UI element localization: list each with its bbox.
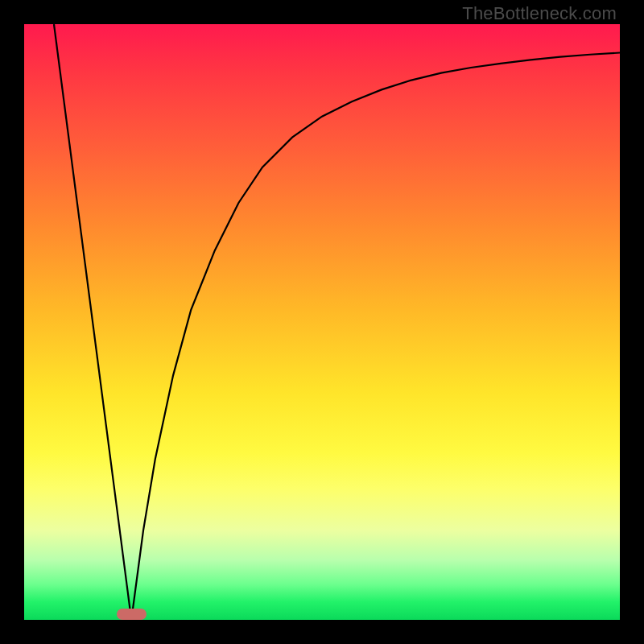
bottleneck-marker (117, 609, 147, 620)
right-rising-curve (131, 53, 620, 620)
plot-area (24, 24, 620, 620)
curve-svg (24, 24, 620, 620)
left-descending-line (54, 24, 131, 620)
chart-frame: TheBottleneck.com (0, 0, 644, 644)
watermark-text: TheBottleneck.com (462, 3, 617, 24)
